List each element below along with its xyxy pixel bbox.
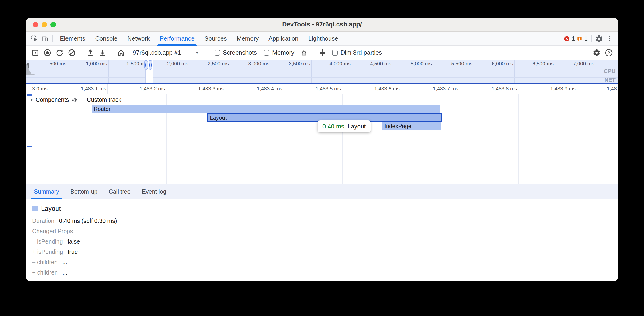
overview-tick: 6,500 ms	[515, 60, 555, 83]
dim-3rd-parties-checkbox-group[interactable]: Dim 3rd parties	[332, 49, 382, 56]
warning-count: 1	[584, 35, 588, 42]
help-icon[interactable]: ?	[604, 47, 614, 58]
ruler-tick: 1,483.5 ms	[284, 84, 342, 94]
memory-label: Memory	[272, 49, 294, 56]
tab-application[interactable]: Application	[264, 32, 303, 46]
device-toolbar-icon[interactable]	[40, 33, 50, 44]
track-header-components[interactable]: ▼ Components — Custom track	[30, 96, 121, 103]
reload-record-icon[interactable]	[54, 47, 65, 58]
download-profile-icon[interactable]	[97, 47, 108, 58]
tab-elements[interactable]: Elements	[55, 32, 90, 46]
tooltip-duration: 0.40 ms	[322, 123, 344, 130]
divider	[52, 35, 52, 42]
devtools-window: DevTools - 97r6ql.csb.app/ Elements Cons…	[26, 17, 618, 281]
ruler-tick: 1,483.6 ms	[342, 84, 401, 94]
flame-bar-router[interactable]: Router	[92, 105, 440, 113]
overview-tick: 7,000 ms	[555, 60, 596, 83]
ruler-tick: 1,483.3 ms	[166, 84, 225, 94]
tab-summary[interactable]: Summary	[28, 185, 65, 199]
error-count: 1	[572, 35, 575, 42]
tooltip-label: Layout	[348, 123, 366, 130]
warning-badge[interactable]: 1	[576, 35, 588, 42]
detail-ruler: 3.0 ms 1,483.1 ms 1,483.2 ms 1,483.3 ms …	[26, 84, 618, 94]
divider	[81, 49, 81, 56]
kebab-menu-icon[interactable]	[604, 33, 615, 44]
overview-tick: 3,500 ms	[271, 60, 312, 83]
summary-title-row: Layout	[32, 205, 618, 212]
collect-garbage-icon[interactable]	[298, 47, 309, 58]
track-name: Components	[36, 96, 69, 103]
tab-memory[interactable]: Memory	[232, 32, 264, 46]
ruler-tick: 3.0 ms	[26, 84, 49, 94]
window-title: DevTools - 97r6ql.csb.app/	[26, 21, 618, 28]
upload-profile-icon[interactable]	[85, 47, 96, 58]
svg-text:?: ?	[608, 50, 610, 55]
cpu-lane-label: CPU	[604, 68, 616, 74]
ruler-tick: 1,483.4 ms	[225, 84, 284, 94]
divider	[592, 35, 592, 42]
screenshots-label: Screenshots	[223, 49, 257, 56]
event-color-swatch	[32, 206, 38, 211]
ruler-tick: 1,483.2 ms	[108, 84, 166, 94]
flame-bar-indexpage[interactable]: IndexPage	[382, 122, 441, 130]
target-select-value: 97r6ql.csb.app #1	[132, 49, 181, 56]
tab-call-tree[interactable]: Call tree	[103, 185, 136, 199]
overview-tick: 4,500 ms	[352, 60, 393, 83]
record-icon[interactable]	[42, 47, 53, 58]
overview-tick: 1,000 ms	[68, 60, 109, 83]
divider	[112, 49, 112, 56]
summary-row-prev-children: – children ...	[32, 259, 618, 269]
capture-settings-gear-icon[interactable]	[591, 47, 602, 58]
tab-network[interactable]: Network	[122, 32, 155, 46]
tab-console[interactable]: Console	[90, 32, 122, 46]
selection-right-handle[interactable]	[148, 60, 152, 70]
tab-event-log[interactable]: Event log	[136, 185, 172, 199]
summary-row-changed-props: Changed Props	[32, 228, 618, 238]
scroll-indicator-bottom	[27, 146, 32, 147]
settings-gear-icon[interactable]	[594, 33, 604, 44]
devtools-tabbar: Elements Console Network Performance Sou…	[26, 32, 618, 46]
collapse-flame-icon[interactable]	[317, 47, 328, 58]
details-tabbar: Summary Bottom-up Call tree Event log	[26, 184, 618, 199]
performance-toolbar: 97r6ql.csb.app #1 ▼ Screenshots Memory D…	[26, 46, 618, 60]
overview-tick: 2,000 ms	[149, 60, 190, 83]
summary-row-duration: Duration 0.40 ms (self 0.30 ms)	[32, 218, 618, 228]
chevron-down-icon: ▼	[195, 50, 199, 55]
react-atom-icon	[71, 97, 77, 103]
tab-lighthouse[interactable]: Lighthouse	[304, 32, 343, 46]
clear-icon[interactable]	[66, 47, 77, 58]
cpu-net-divider	[26, 77, 618, 78]
dim-3rd-parties-checkbox[interactable]	[332, 50, 338, 55]
screenshots-checkbox-group[interactable]: Screenshots	[214, 49, 257, 56]
overview-tick: 6,000 ms	[474, 60, 515, 83]
ruler-tick: 1,48	[577, 84, 618, 94]
overview-tick: 5,500 ms	[434, 60, 474, 83]
inspect-element-icon[interactable]	[29, 33, 40, 44]
overview-tick: 3,000 ms	[230, 60, 271, 83]
memory-checkbox-group[interactable]: Memory	[264, 49, 294, 56]
tab-performance[interactable]: Performance	[155, 32, 200, 46]
overview-tick: 2,500 ms	[190, 60, 230, 83]
timeline-overview[interactable]: 500 ms 1,000 ms 1,500 ms 2,000 ms 2,500 …	[26, 60, 618, 83]
flame-chart[interactable]: ▼ Components — Custom track Router Layou…	[26, 94, 618, 184]
toggle-sidebar-icon[interactable]	[30, 47, 40, 58]
target-select[interactable]: 97r6ql.csb.app #1 ▼	[130, 47, 202, 58]
overview-tick: 5,000 ms	[393, 60, 434, 83]
memory-checkbox[interactable]	[264, 50, 270, 55]
home-icon[interactable]	[116, 47, 126, 58]
summary-title: Layout	[41, 205, 61, 212]
divider	[208, 49, 208, 56]
error-badge[interactable]: 1	[564, 35, 575, 42]
scroll-indicator-top	[27, 94, 32, 96]
track-suffix: — Custom track	[79, 96, 121, 103]
disclosure-triangle-icon[interactable]: ▼	[30, 98, 33, 102]
ruler-tick: 1,483.9 ms	[518, 84, 577, 94]
tab-sources[interactable]: Sources	[200, 32, 232, 46]
screenshots-checkbox[interactable]	[214, 50, 220, 55]
tab-bottom-up[interactable]: Bottom-up	[65, 185, 103, 199]
ruler-tick: 1,483.7 ms	[401, 84, 460, 94]
selection-left-handle[interactable]	[144, 60, 148, 70]
summary-row-prev-ispending: – isPending false	[32, 238, 618, 249]
overview-tick: 1,500 ms	[109, 60, 149, 83]
titlebar: DevTools - 97r6ql.csb.app/	[26, 17, 618, 32]
